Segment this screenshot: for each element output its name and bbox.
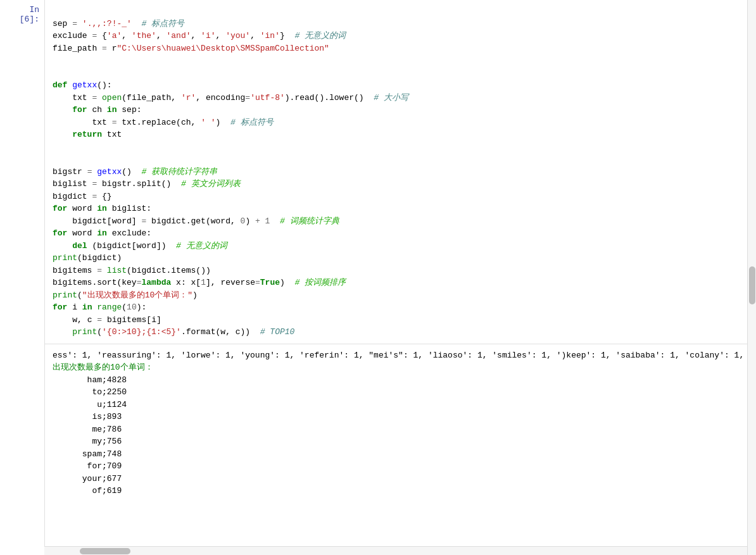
output-area[interactable]: ess': 1, 'reassuring': 1, 'lorwe': 1, 'y… bbox=[45, 344, 756, 556]
code-area[interactable]: sep = '.,,:?!-_' # 标点符号 exclude = {'a', … bbox=[45, 0, 756, 344]
cell-prompt: In [6]: bbox=[20, 5, 39, 24]
cell-label: In [6]: bbox=[0, 0, 44, 555]
horizontal-scrollbar[interactable] bbox=[44, 546, 747, 555]
scrollbar-thumb[interactable] bbox=[749, 266, 755, 304]
vertical-scrollbar[interactable] bbox=[747, 0, 756, 555]
notebook-cell: In [6]: sep = '.,,:?!-_' # 标点符号 exclude … bbox=[0, 0, 756, 555]
cell-content: sep = '.,,:?!-_' # 标点符号 exclude = {'a', … bbox=[44, 0, 756, 555]
scrollbar-h-thumb[interactable] bbox=[80, 548, 130, 554]
